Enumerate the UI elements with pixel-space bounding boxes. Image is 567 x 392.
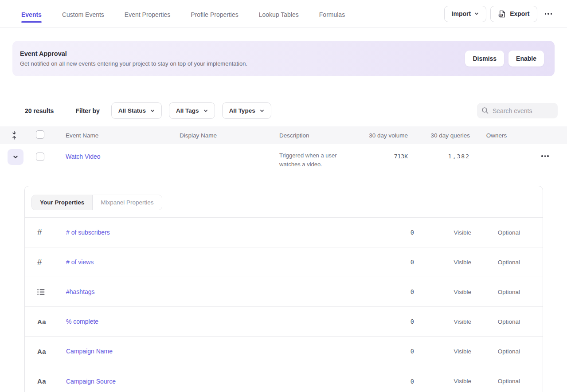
property-visibility: Visible bbox=[414, 229, 471, 236]
property-row: Aa % complete 0 Visible Optional bbox=[25, 307, 543, 337]
property-visibility: Visible bbox=[414, 259, 471, 266]
tab-event-properties[interactable]: Event Properties bbox=[125, 2, 171, 26]
table-row-watch-video: Watch Video Triggered when a user watche… bbox=[0, 144, 567, 180]
property-name-link[interactable]: # of subscribers bbox=[66, 229, 110, 236]
types-filter-label: All Types bbox=[229, 107, 255, 114]
property-row: # # of views 0 Visible Optional bbox=[25, 247, 543, 277]
column-30-day-queries: 30 day queries bbox=[408, 132, 470, 139]
property-requirement: Optional bbox=[471, 289, 520, 295]
svg-text:csv: csv bbox=[499, 14, 503, 16]
csv-file-icon: csv bbox=[498, 10, 506, 18]
column-description: Description bbox=[279, 132, 364, 139]
tags-filter-dropdown[interactable]: All Tags bbox=[169, 102, 215, 119]
properties-list: # # of subscribers 0 Visible Optional # … bbox=[25, 218, 543, 392]
banner-title: Event Approval bbox=[20, 50, 465, 57]
search-icon bbox=[481, 107, 489, 114]
description-line1: Triggered when a user bbox=[279, 151, 364, 160]
chevron-down-icon bbox=[150, 109, 155, 113]
text-type-icon: Aa bbox=[25, 377, 66, 385]
property-name-link[interactable]: Campaign Source bbox=[66, 378, 116, 385]
divider bbox=[65, 106, 65, 116]
text-type-icon: Aa bbox=[25, 348, 66, 355]
property-visibility: Visible bbox=[414, 348, 471, 355]
more-options-button[interactable] bbox=[541, 8, 556, 19]
description-line2: watches a video. bbox=[279, 160, 364, 169]
collapse-row-button[interactable] bbox=[8, 149, 23, 165]
tab-your-properties[interactable]: Your Properties bbox=[32, 195, 93, 210]
properties-tab-switcher: Your Properties Mixpanel Properties bbox=[31, 195, 162, 210]
chevron-down-icon bbox=[474, 12, 479, 16]
tags-filter-label: All Tags bbox=[176, 107, 199, 114]
row-checkbox[interactable] bbox=[36, 153, 44, 161]
property-row: Aa Campaign Source 0 Visible Optional bbox=[25, 366, 543, 392]
tab-mixpanel-properties[interactable]: Mixpanel Properties bbox=[93, 195, 161, 210]
filter-bar: 20 results Filter by All Status All Tags… bbox=[25, 102, 558, 119]
row-more-options-button[interactable] bbox=[538, 151, 552, 161]
property-requirement: Optional bbox=[471, 259, 520, 266]
property-name-link[interactable]: % complete bbox=[66, 318, 98, 325]
event-properties-panel: Your Properties Mixpanel Properties # # … bbox=[24, 186, 543, 392]
volume-cell: 713K bbox=[364, 153, 408, 160]
column-30-day-volume: 30 day volume bbox=[364, 132, 408, 139]
search-box[interactable] bbox=[477, 103, 558, 118]
text-type-icon: Aa bbox=[25, 318, 66, 325]
property-requirement: Optional bbox=[471, 229, 520, 236]
event-approval-banner: Event Approval Get notified on all new e… bbox=[12, 41, 555, 76]
import-button[interactable]: Import bbox=[444, 6, 487, 22]
tab-formulas[interactable]: Formulas bbox=[319, 2, 345, 26]
import-button-label: Import bbox=[452, 10, 471, 17]
property-count: 0 bbox=[370, 348, 414, 355]
search-input[interactable] bbox=[493, 107, 553, 114]
events-table-header: Event Name Display Name Description 30 d… bbox=[0, 126, 567, 144]
property-requirement: Optional bbox=[471, 348, 520, 355]
property-count: 0 bbox=[370, 229, 414, 236]
property-name-link[interactable]: Campaign Name bbox=[66, 348, 113, 355]
property-row: #hashtags 0 Visible Optional bbox=[25, 277, 543, 307]
tab-profile-properties[interactable]: Profile Properties bbox=[191, 2, 238, 26]
status-filter-dropdown[interactable]: All Status bbox=[111, 102, 162, 119]
description-cell: Triggered when a user watches a video. bbox=[279, 151, 364, 169]
tab-events[interactable]: Events bbox=[21, 2, 42, 26]
property-count: 0 bbox=[370, 378, 414, 385]
queries-cell: 1,382 bbox=[408, 153, 470, 160]
banner-description: Get notified on all new events entering … bbox=[20, 60, 465, 67]
tab-custom-events[interactable]: Custom Events bbox=[62, 2, 104, 26]
property-requirement: Optional bbox=[471, 318, 520, 325]
number-type-icon: # bbox=[25, 227, 66, 237]
property-visibility: Visible bbox=[414, 318, 471, 325]
filter-by-label: Filter by bbox=[75, 107, 99, 114]
property-visibility: Visible bbox=[414, 289, 471, 295]
property-requirement: Optional bbox=[471, 378, 520, 384]
property-count: 0 bbox=[370, 318, 414, 325]
export-button-label: Export bbox=[510, 10, 529, 17]
property-count: 0 bbox=[370, 259, 414, 266]
chevron-down-icon bbox=[260, 109, 264, 113]
column-owners: Owners bbox=[470, 132, 523, 139]
tab-lookup-tables[interactable]: Lookup Tables bbox=[259, 2, 299, 26]
types-filter-dropdown[interactable]: All Types bbox=[222, 102, 271, 119]
property-row: # # of subscribers 0 Visible Optional bbox=[25, 218, 543, 247]
select-all-checkbox[interactable] bbox=[36, 130, 44, 139]
status-filter-label: All Status bbox=[118, 107, 146, 114]
property-name-link[interactable]: # of views bbox=[66, 259, 94, 266]
column-display-name: Display Name bbox=[180, 132, 279, 139]
event-name-link[interactable]: Watch Video bbox=[66, 153, 101, 160]
export-button[interactable]: csv Export bbox=[490, 6, 537, 22]
list-type-icon bbox=[25, 289, 66, 295]
chevron-down-icon bbox=[203, 109, 208, 113]
lexicon-tabs: Events Custom Events Event Properties Pr… bbox=[21, 2, 444, 26]
property-row: Aa Campaign Name 0 Visible Optional bbox=[25, 337, 543, 366]
collapse-all-icon[interactable] bbox=[11, 131, 17, 140]
enable-button[interactable]: Enable bbox=[508, 51, 544, 67]
chevron-down-icon bbox=[13, 154, 18, 160]
number-type-icon: # bbox=[25, 257, 66, 267]
dismiss-button[interactable]: Dismiss bbox=[465, 51, 504, 67]
property-count: 0 bbox=[370, 288, 414, 295]
property-visibility: Visible bbox=[414, 378, 471, 384]
top-navigation: Events Custom Events Event Properties Pr… bbox=[0, 0, 567, 28]
results-count: 20 results bbox=[25, 107, 54, 114]
property-name-link[interactable]: #hashtags bbox=[66, 288, 95, 295]
column-event-name: Event Name bbox=[66, 132, 180, 139]
